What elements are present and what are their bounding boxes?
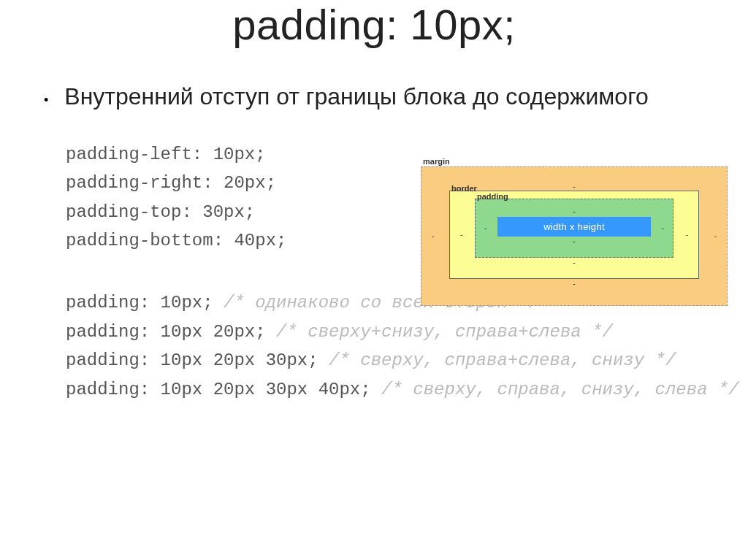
content-box: width x height	[497, 217, 651, 237]
code-line: padding: 10px 20px 30px; /* сверху, спра…	[66, 346, 748, 375]
padding-top-dash: -	[497, 207, 651, 215]
code-line: padding-left: 10px;	[66, 140, 748, 169]
border-left-dash: -	[460, 191, 462, 278]
bullet-dot: •	[44, 92, 48, 109]
bullet-row: • Внутренний отступ от границы блока до …	[44, 82, 748, 112]
padding-right-dash: -	[662, 199, 664, 257]
code-line: padding: 10px 20px; /* сверху+снизу, спр…	[66, 318, 748, 347]
padding-label: padding	[477, 192, 508, 201]
border-box: border - - padding - - - width x height …	[449, 191, 699, 279]
padding-box: padding - - - width x height -	[475, 199, 673, 258]
padding-bottom-dash: -	[497, 237, 651, 245]
padding-left-dash: -	[484, 199, 486, 257]
margin-label: margin	[423, 157, 450, 166]
slide-title: padding: 10px;	[0, 0, 748, 49]
code-comment: /* сверху, справа+слева, снизу */	[329, 350, 676, 370]
margin-bottom-dash: -	[449, 279, 699, 288]
border-bottom-dash: -	[475, 258, 673, 266]
margin-left-dash: -	[432, 167, 434, 305]
margin-top-dash: -	[449, 182, 699, 191]
bullet-text: Внутренний отступ от границы блока до со…	[64, 82, 649, 112]
box-model-diagram: margin - - - border - - padding - - - wi…	[421, 166, 728, 306]
margin-right-dash: -	[714, 167, 717, 305]
border-right-dash: -	[686, 191, 688, 278]
code-line: padding: 10px 20px 30px 40px; /* сверху,…	[66, 375, 748, 404]
code-comment: /* сверху, справа, снизу, слева */	[381, 380, 739, 399]
border-label: border	[451, 184, 477, 193]
code-comment: /* сверху+снизу, справа+слева */	[276, 322, 613, 342]
